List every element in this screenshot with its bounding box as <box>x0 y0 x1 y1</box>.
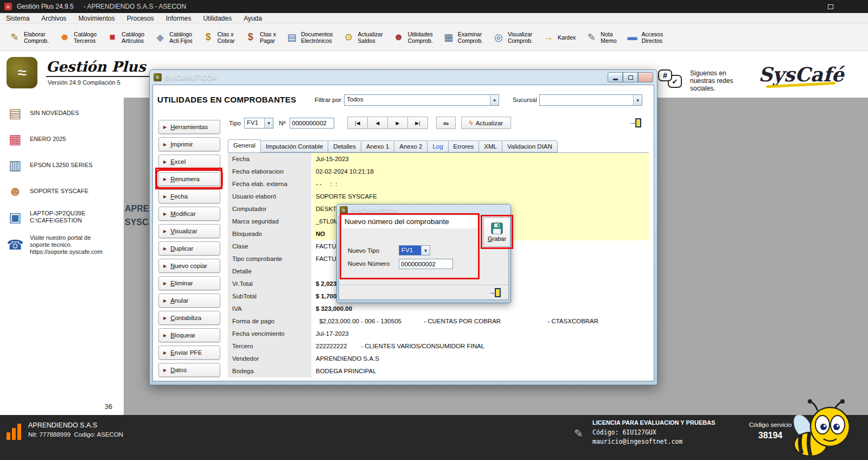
field-value: - - : : <box>312 178 649 190</box>
tab[interactable]: Imputación Contable <box>260 140 328 152</box>
field-label: Fecha elab. externa <box>228 178 312 190</box>
action-button[interactable]: Imprimir <box>158 137 220 151</box>
menu-item[interactable]: Movimientos <box>72 13 120 24</box>
nuevo-tipo-select[interactable]: FV1 <box>399 245 430 255</box>
tab[interactable]: Errores <box>448 140 480 152</box>
toolbar-label-line1: Nota <box>601 31 616 37</box>
toolbar-button[interactable]: Kardex <box>539 29 578 46</box>
app-titlebar: Gestión Plus 24.9.5 - APRENDIENDO S.A.S … <box>0 0 868 13</box>
toolbar-label-line1: Utilidades <box>408 31 433 37</box>
nuevo-numero-input[interactable] <box>399 259 453 269</box>
toolbar-button[interactable]: Elaborar Comprob. <box>5 29 52 46</box>
sidebar-item[interactable]: LAPTOP-3P2QU39E C:\CAFE\GESTION <box>5 208 124 226</box>
toolbar-button[interactable]: Accesos Directos <box>623 29 666 46</box>
numero-input[interactable] <box>290 118 334 129</box>
red-cube-icon <box>106 31 119 44</box>
action-button-label: Enviar PFE <box>170 349 202 356</box>
toolbar-button[interactable]: Examinar Comprob. <box>439 29 486 46</box>
calendar-icon <box>5 130 25 148</box>
maximize-button[interactable] <box>818 0 843 13</box>
kardex-arrow-icon <box>542 31 555 44</box>
tab[interactable]: General <box>228 139 261 152</box>
field-value: 222222222 - CLIENTES VARIOS/CONSUMIDOR F… <box>312 340 649 353</box>
tab[interactable]: Log <box>427 140 448 152</box>
tab[interactable]: XML <box>478 140 502 152</box>
action-button-label: Anular <box>170 297 188 304</box>
action-button[interactable]: Bloquear <box>158 328 220 342</box>
action-button[interactable]: Duplicar <box>158 241 220 255</box>
action-button[interactable]: Herramientas <box>158 120 220 134</box>
tab[interactable]: Validacion DIAN <box>502 140 558 152</box>
record-nav-button[interactable] <box>407 117 428 129</box>
menu-item[interactable]: Sistema <box>0 13 35 24</box>
tab[interactable]: Anexo 2 <box>394 140 427 152</box>
menu-item[interactable]: Utilidades <box>197 13 238 24</box>
uticom-titlebar[interactable]: SysCafé.UTICOM <box>152 70 654 85</box>
action-button[interactable]: Contabiliza <box>158 311 220 325</box>
sidebar-item[interactable]: SOPORTE SYSCAFE <box>5 182 124 200</box>
chevron-down-icon[interactable] <box>264 118 273 128</box>
sidebar-item[interactable]: Visite nuestro portal de soporte tecnico… <box>5 234 124 255</box>
toolbar-button[interactable]: Utilidades Comprob. <box>390 29 436 46</box>
exit-icon[interactable] <box>489 288 502 298</box>
menu-item[interactable]: Informes <box>160 13 197 24</box>
toolbar-button[interactable]: Nota Memo <box>582 29 619 46</box>
record-nav-button[interactable] <box>387 117 408 129</box>
exit-icon[interactable] <box>629 118 642 129</box>
record-nav-button[interactable] <box>367 117 388 129</box>
action-button[interactable]: Fecha <box>158 189 220 203</box>
toolbar-button[interactable]: Catálogo Artículos <box>103 29 147 46</box>
renumber-modal-titlebar[interactable]: SysCafé.UTICOM <box>339 205 509 216</box>
toolbar-button[interactable]: Catálogo Terceros <box>55 29 99 46</box>
toolbar-label-line2: Pagar <box>260 37 276 44</box>
field-label: Marca seguridad <box>228 215 312 228</box>
tipo-select[interactable]: FV1 <box>244 118 273 129</box>
menu-item[interactable]: Procesos <box>121 13 160 24</box>
filter-select[interactable]: Todos <box>344 94 499 106</box>
field-label: Detalle <box>228 265 312 278</box>
action-button[interactable]: Nuevo copiar <box>158 259 220 273</box>
renumber-modal-title: SysCafé.UTICOM <box>351 207 399 214</box>
toolbar-button[interactable]: Visualizar Comprob. <box>489 29 535 46</box>
toolbar-label-line2: Saldos <box>358 37 383 44</box>
minimize-icon <box>613 79 618 80</box>
chevron-down-icon[interactable] <box>633 95 642 105</box>
grabar-button[interactable]: Grabar <box>483 218 510 247</box>
toolbar-button[interactable]: Documentos Electrónicos <box>283 29 336 46</box>
chevron-down-icon[interactable] <box>421 246 430 255</box>
action-button[interactable]: Modificar <box>158 207 220 221</box>
action-button[interactable]: Enviar PFE <box>158 346 220 360</box>
close-button[interactable] <box>843 0 868 13</box>
field-label: IVA <box>228 303 312 315</box>
search-button[interactable] <box>436 117 456 129</box>
tab[interactable]: Anexo 1 <box>361 140 394 152</box>
uticom-minimize-button[interactable] <box>608 72 623 82</box>
record-nav-button[interactable] <box>347 117 368 129</box>
tab[interactable]: Detalles <box>328 140 361 152</box>
sucursal-select[interactable] <box>539 94 642 106</box>
toolbar-button[interactable]: Ctas x Pagar <box>241 29 279 46</box>
people-icon <box>392 31 405 44</box>
actualizar-button[interactable]: Actualizar <box>461 117 511 129</box>
minimize-button[interactable] <box>793 0 818 13</box>
sidebar-item[interactable]: SIN NOVEDADES <box>5 104 124 122</box>
action-button[interactable]: Visualizar <box>158 224 220 238</box>
menu-item[interactable]: Archivos <box>35 13 72 24</box>
menu-arrow-icon <box>163 368 167 373</box>
action-button[interactable]: Excel <box>158 155 220 169</box>
chevron-down-icon[interactable] <box>490 95 499 105</box>
uticom-maximize-button[interactable] <box>623 72 638 82</box>
action-button[interactable]: Eliminar <box>158 276 220 290</box>
menu-arrow-icon <box>163 159 167 164</box>
action-button[interactable]: Renumera <box>158 172 220 186</box>
action-button[interactable]: Datos <box>158 363 220 377</box>
sidebar-item[interactable]: ENERO 2025 <box>5 130 124 148</box>
toolbar-button[interactable]: Catálogo Acti.Fijos <box>151 29 195 46</box>
action-button[interactable]: Anular <box>158 293 220 308</box>
toolbar-button[interactable]: Ctas x Cobrar <box>199 29 238 46</box>
sidebar-item[interactable]: EPSON L3250 SERIES <box>5 156 124 174</box>
sidebar-item-label: SOPORTE SYSCAFE <box>30 188 88 195</box>
menu-item[interactable]: Ayuda <box>238 13 268 24</box>
toolbar-button[interactable]: Actualizar Saldos <box>340 29 386 46</box>
uticom-close-button[interactable] <box>638 72 653 82</box>
